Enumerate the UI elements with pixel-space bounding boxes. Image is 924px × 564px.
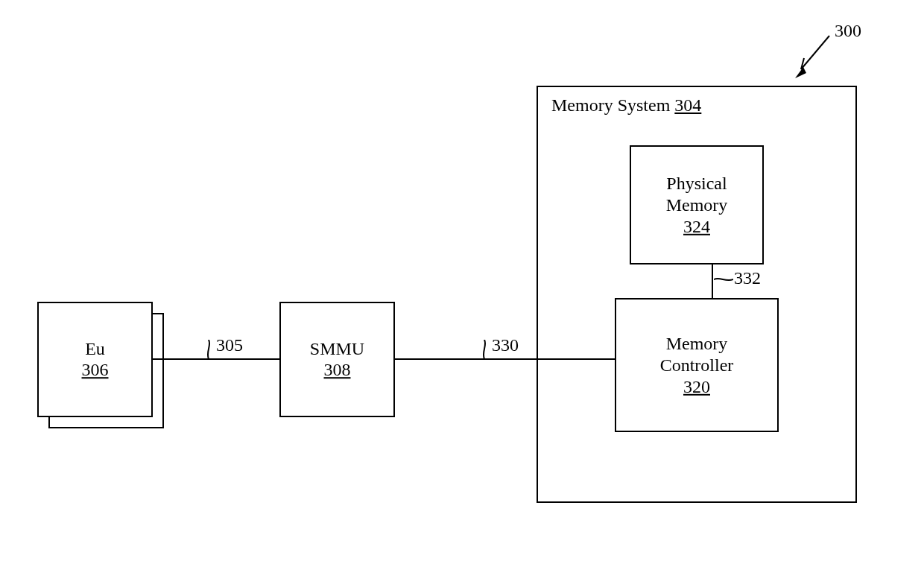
smmu-box: SMMU 308: [279, 302, 395, 417]
memory-controller-box: Memory Controller 320: [615, 298, 779, 432]
memory-controller-ref: 320: [683, 376, 710, 396]
smmu-label: SMMU: [310, 339, 364, 358]
diagram-canvas: { "figure_ref": "300", "eu": { "label": …: [0, 0, 924, 564]
figure-arrow-icon: [786, 28, 838, 84]
memory-controller-label1: Memory: [666, 334, 728, 353]
connector-phys-memctrl-tick-icon: [714, 272, 733, 287]
memory-system-label: Memory System 304: [551, 95, 701, 115]
connector-phys-memctrl-label: 332: [734, 268, 761, 288]
connector-smmu-memctrl-label: 330: [492, 335, 519, 355]
figure-ref-label: 300: [835, 21, 861, 41]
smmu-ref: 308: [324, 361, 351, 380]
physical-memory-label2: Memory: [666, 195, 728, 215]
connector-eu-smmu-label: 305: [216, 335, 243, 355]
memory-controller-label2: Controller: [660, 355, 734, 375]
connector-phys-memctrl: [712, 264, 713, 298]
eu-ref: 306: [82, 361, 109, 380]
svg-line-0: [801, 36, 829, 69]
physical-memory-label1: Physical: [666, 174, 727, 193]
connector-smmu-memctrl: [395, 358, 615, 360]
connector-smmu-memctrl-tick-icon: [477, 340, 492, 359]
connector-eu-smmu-tick-icon: [201, 340, 216, 359]
eu-box: Eu 306: [37, 302, 153, 417]
physical-memory-ref: 324: [683, 216, 710, 235]
eu-label: Eu: [85, 339, 105, 358]
connector-eu-smmu: [153, 358, 279, 360]
physical-memory-box: Physical Memory 324: [630, 145, 764, 264]
